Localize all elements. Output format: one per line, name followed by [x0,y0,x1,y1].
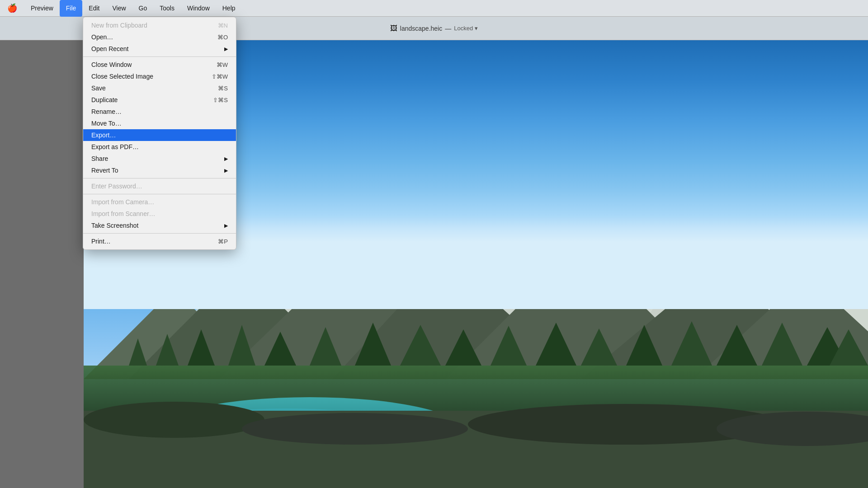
revert-to-arrow: ▶ [224,168,228,174]
open-recent-label: Open Recent [91,45,220,52]
menu-item-close-selected-image[interactable]: Close Selected Image ⇧⌘W [83,70,236,82]
preview-label: Preview [31,5,53,12]
filename: landscape.heic [400,25,442,32]
separator-1 [83,56,236,57]
menu-item-export-as-pdf[interactable]: Export as PDF… [83,141,236,153]
save-label: Save [91,84,209,92]
close-window-shortcut: ⌘W [217,61,228,68]
separator-2 [83,178,236,178]
menu-item-take-screenshot[interactable]: Take Screenshot ▶ [83,220,236,231]
menu-item-import-scanner[interactable]: Import from Scanner… [83,208,236,220]
menu-item-save[interactable]: Save ⌘S [83,82,236,94]
menubar-item-view[interactable]: View [106,0,132,17]
go-label: Go [139,5,147,12]
svg-point-55 [242,413,468,445]
move-to-label: Move To… [91,120,228,127]
menu-item-open[interactable]: Open… ⌘O [83,31,236,43]
print-shortcut: ⌘P [218,238,228,245]
menubar-item-file[interactable]: File [60,0,83,17]
menubar-item-help[interactable]: Help [216,0,242,17]
menu-item-revert-to[interactable]: Revert To ▶ [83,164,236,176]
menubar-item-window[interactable]: Window [181,0,216,17]
menubar-item-preview[interactable]: Preview [24,0,60,17]
menu-item-new-from-clipboard[interactable]: New from Clipboard ⌘N [83,19,236,31]
menu-item-move-to[interactable]: Move To… [83,117,236,129]
import-camera-label: Import from Camera… [91,198,228,206]
open-recent-arrow: ▶ [224,46,228,52]
open-label: Open… [91,33,208,41]
view-label: View [112,5,126,12]
document-icon: 🖼 [390,24,397,33]
close-window-label: Close Window [91,61,208,68]
document-title: 🖼 landscape.heic — Locked ▾ [390,24,478,33]
menu-item-share[interactable]: Share ▶ [83,153,236,164]
menubar-item-go[interactable]: Go [132,0,154,17]
sidebar-panel [0,40,84,488]
edit-label: Edit [89,5,99,12]
rename-label: Rename… [91,108,228,115]
apple-menu-item[interactable]: 🍎 [0,0,24,17]
revert-to-label: Revert To [91,167,220,174]
separator-4 [83,233,236,234]
window-label: Window [187,5,210,12]
save-shortcut: ⌘S [218,85,228,92]
enter-password-label: Enter Password… [91,183,228,190]
help-label: Help [222,5,236,12]
menu-item-enter-password[interactable]: Enter Password… [83,180,236,192]
svg-point-54 [84,402,264,438]
file-dropdown-menu: New from Clipboard ⌘N Open… ⌘O Open Rece… [83,17,236,250]
menu-item-duplicate[interactable]: Duplicate ⇧⌘S [83,94,236,106]
close-selected-image-shortcut: ⇧⌘W [212,73,228,80]
new-from-clipboard-label: New from Clipboard [91,22,209,29]
menu-item-export[interactable]: Export… [83,129,236,141]
file-label: File [66,5,76,12]
share-arrow: ▶ [224,156,228,162]
open-shortcut: ⌘O [217,34,228,41]
duplicate-shortcut: ⇧⌘S [213,97,228,103]
menubar-item-tools[interactable]: Tools [153,0,181,17]
take-screenshot-arrow: ▶ [224,223,228,229]
menu-item-rename[interactable]: Rename… [83,106,236,117]
export-as-pdf-label: Export as PDF… [91,143,228,150]
apple-icon: 🍎 [7,3,17,13]
locked-label: Locked [454,25,473,32]
print-label: Print… [91,238,209,245]
menubar: 🍎 Preview File Edit View Go Tools Window… [0,0,868,17]
chevron-down-icon: ▾ [475,25,478,32]
title-separator: — [445,25,451,32]
tools-label: Tools [160,5,175,12]
menu-item-import-camera[interactable]: Import from Camera… [83,196,236,208]
duplicate-label: Duplicate [91,96,204,103]
close-selected-image-label: Close Selected Image [91,73,203,80]
separator-3 [83,194,236,194]
take-screenshot-label: Take Screenshot [91,222,220,229]
menu-item-open-recent[interactable]: Open Recent ▶ [83,43,236,55]
export-label: Export… [91,131,228,139]
locked-badge[interactable]: Locked ▾ [454,25,478,32]
new-from-clipboard-shortcut: ⌘N [218,22,228,29]
menu-item-print[interactable]: Print… ⌘P [83,235,236,247]
menubar-item-edit[interactable]: Edit [82,0,106,17]
menu-item-close-window[interactable]: Close Window ⌘W [83,59,236,70]
import-scanner-label: Import from Scanner… [91,210,228,217]
share-label: Share [91,155,220,162]
